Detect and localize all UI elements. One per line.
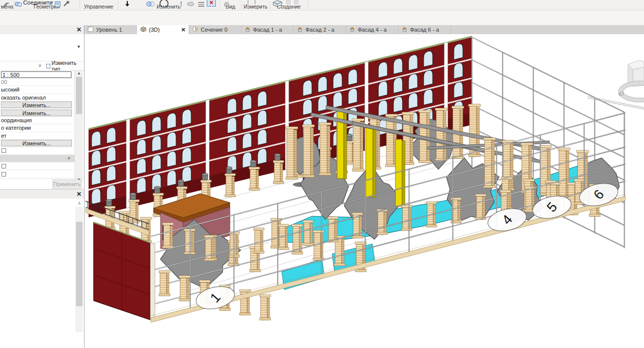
edit-button[interactable]: Изменить...: [1, 102, 72, 108]
property-row[interactable]: оказать оригинал: [0, 94, 72, 102]
scroll-up-icon[interactable]: ▲: [75, 71, 83, 76]
tab-label: Сечение 0: [201, 27, 227, 33]
elevation-view-icon: [297, 26, 303, 33]
apply-row: Применить: [0, 178, 84, 189]
move-arrow-icon[interactable]: [124, 0, 130, 9]
measure-icon[interactable]: [248, 0, 249, 5]
tab-fasad-6a[interactable]: Фасад 6 - а: [398, 25, 451, 34]
chevron-down-icon[interactable]: ▼: [76, 44, 81, 49]
edit-type-row: ∨ Изменить тип: [0, 61, 84, 70]
tab-level-1[interactable]: Уровень 1: [85, 25, 137, 34]
close-icon[interactable]: ✕: [76, 190, 82, 198]
edit-button[interactable]: Изменить...: [1, 110, 72, 116]
pin-icon[interactable]: [179, 0, 184, 9]
browser-scrollbar[interactable]: [75, 207, 83, 332]
sweep-icon[interactable]: [3, 0, 10, 9]
browser-header: ✕: [0, 190, 84, 199]
join-icon[interactable]: [15, 0, 22, 9]
property-row[interactable]: ет: [0, 132, 72, 140]
delete-icon[interactable]: ✕: [207, 0, 216, 7]
tab-fasad-2a[interactable]: Фасад 2 - а: [294, 25, 346, 34]
edit-button[interactable]: Изменить...: [1, 140, 72, 146]
property-row: Изменить...: [0, 109, 72, 117]
create-similar-icon[interactable]: [146, 0, 154, 9]
viewcube[interactable]: Ю: [617, 60, 644, 102]
edit-list-icon[interactable]: [55, 0, 61, 9]
properties-scrollbar[interactable]: ▲ ▼: [74, 71, 83, 183]
measure-dim-icon[interactable]: [255, 0, 256, 5]
stamp-icon[interactable]: [223, 0, 230, 9]
checkbox[interactable]: [2, 172, 6, 177]
elevation-view-icon: [401, 26, 408, 33]
checkbox[interactable]: [2, 148, 6, 153]
label-tag-icon[interactable]: [187, 0, 195, 9]
edit-type-icon: [46, 64, 50, 68]
scroll-up-icon[interactable]: ∧: [77, 201, 81, 206]
scale-input[interactable]: 1 : 500: [1, 71, 71, 78]
rotate-circle-icon[interactable]: [159, 0, 169, 9]
create-box-icon[interactable]: [272, 0, 283, 9]
scrollbar-thumb[interactable]: [76, 77, 82, 114]
property-row[interactable]: ысокий: [0, 86, 72, 94]
join-button[interactable]: Соединить: [23, 0, 52, 6]
properties-header: ✕: [0, 25, 84, 34]
tab-fasad-1a[interactable]: Фасад 1 - а: [242, 25, 294, 34]
3d-scene[interactable]: 1 4 5 6 Ю: [85, 34, 644, 348]
project-browser-panel: ✕ ∧: [0, 189, 84, 335]
back-wall: [89, 36, 472, 217]
ribbon-panel-label: Управление: [79, 4, 118, 10]
section-view-icon: [192, 26, 198, 33]
property-row: Изменить...: [0, 140, 72, 147]
tab-label: Уровень 1: [96, 27, 122, 33]
property-row: [0, 170, 72, 178]
tab-label: Фасад 2 - а: [305, 27, 335, 33]
tab-close-icon[interactable]: ✕: [181, 27, 186, 33]
tab-label: (3D): [149, 27, 159, 33]
property-row[interactable]: 00: [0, 78, 72, 86]
scrollbar-thumb[interactable]: [76, 222, 83, 306]
array-lines-icon[interactable]: [198, 0, 205, 9]
browser-body[interactable]: ∧: [0, 199, 84, 335]
property-section-row[interactable]: ✱: [0, 155, 83, 162]
ribbon-panel-label: Измерить: [242, 4, 270, 10]
chevron-down-icon[interactable]: ∨: [38, 63, 42, 68]
section-marker: ✱: [67, 156, 70, 160]
close-icon[interactable]: ✕: [76, 26, 82, 34]
type-selector[interactable]: ▼: [0, 34, 84, 61]
tab-label: Фасад 6 - а: [410, 27, 439, 33]
property-row[interactable]: о категории: [0, 124, 72, 132]
properties-grid: 1 : 500 00 ысокий оказать оригинал Измен…: [0, 70, 84, 178]
property-row[interactable]: 1 : 500: [0, 71, 72, 78]
tab-label: Фасад 4 - а: [358, 27, 387, 33]
tab-3d[interactable]: (3D) ✕: [137, 25, 189, 34]
ribbon: мена Геометрия Управление Изменить Вид И…: [0, 0, 644, 11]
create-option-icon[interactable]: [286, 1, 290, 4]
property-row[interactable]: оординация: [0, 117, 72, 124]
tab-section-0[interactable]: Сечение 0: [189, 25, 242, 34]
checkbox[interactable]: [2, 164, 6, 168]
view-tab-bar: Уровень 1 (3D) ✕ Сечение 0 Фасад 1 - а Ф…: [85, 25, 644, 34]
elevation-view-icon: [245, 26, 251, 33]
join-dropdown-caret[interactable]: ▾: [51, 0, 53, 5]
create-option2-icon[interactable]: [294, 1, 298, 4]
plan-view-icon: [88, 26, 94, 33]
wrench-icon[interactable]: [63, 0, 69, 9]
3d-view-icon: [140, 26, 146, 33]
options-bar: [0, 11, 644, 25]
property-row: [0, 147, 72, 155]
tab-fasad-4a[interactable]: Фасад 4 - а: [346, 25, 398, 34]
elevation-view-icon: [349, 26, 355, 33]
properties-palette: ✕ ▼ ∨ Изменить тип 1 : 500 00 ысокий ока…: [0, 25, 85, 348]
3d-viewport[interactable]: 1 4 5 6 Ю: [85, 34, 644, 348]
property-row: Изменить...: [0, 102, 72, 109]
property-row: [0, 162, 72, 170]
apply-button[interactable]: Применить: [52, 180, 82, 189]
tab-label: Фасад 1 - а: [253, 27, 282, 33]
